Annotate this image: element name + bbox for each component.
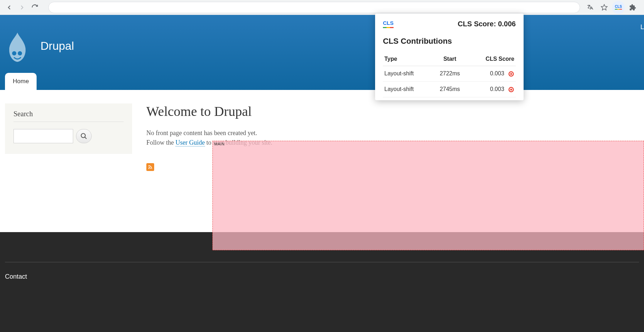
page-title: Welcome to Drupal xyxy=(146,103,639,119)
search-form xyxy=(13,129,124,143)
site-name[interactable]: Drupal xyxy=(40,39,74,53)
svg-point-2 xyxy=(81,134,86,138)
toolbar-icons: CLS xyxy=(584,1,641,14)
reload-icon xyxy=(31,4,38,11)
browser-toolbar: CLS xyxy=(0,0,644,15)
cls-extension-icon: CLS xyxy=(615,5,622,10)
tab-home[interactable]: Home xyxy=(5,73,37,90)
cls-extension-button[interactable]: CLS xyxy=(612,1,625,14)
arrow-right-icon xyxy=(18,4,26,11)
popup-logo-text: CLS xyxy=(383,20,394,26)
footer-inner: Contact xyxy=(5,262,639,280)
popup-header: CLS CLS Score: 0.006 xyxy=(383,20,516,28)
cls-overlay-label: MAIN xyxy=(214,142,225,146)
cell-type: Layout-shift xyxy=(383,81,432,97)
cls-extension-popup: CLS CLS Score: 0.006 CLS Contributions T… xyxy=(375,14,524,100)
cls-score-value: CLS Score: 0.006 xyxy=(458,20,516,28)
cell-start: 2745ms xyxy=(432,81,467,97)
svg-point-0 xyxy=(12,51,16,55)
rss-icon xyxy=(148,165,153,170)
table-header-row: Type Start CLS Score xyxy=(383,52,516,66)
cls-shift-overlay: MAIN xyxy=(212,141,644,250)
target-icon[interactable] xyxy=(508,71,514,77)
cell-score: 0.003 xyxy=(467,66,516,82)
popup-logo: CLS xyxy=(383,20,394,28)
forward-button[interactable] xyxy=(16,1,28,14)
svg-line-3 xyxy=(85,137,87,139)
col-score: CLS Score xyxy=(467,52,516,66)
col-type: Type xyxy=(383,52,432,66)
drupal-logo-icon[interactable] xyxy=(5,33,30,62)
extensions-button[interactable] xyxy=(626,1,639,14)
table-row[interactable]: Layout-shift 2745ms 0.003 xyxy=(383,81,516,97)
search-icon xyxy=(80,133,87,140)
translate-icon xyxy=(586,4,594,11)
search-input[interactable] xyxy=(13,129,73,143)
rss-feed-link[interactable] xyxy=(146,163,154,171)
bookmark-button[interactable] xyxy=(598,1,611,14)
user-guide-link[interactable]: User Guide xyxy=(175,139,205,146)
cell-start: 2722ms xyxy=(432,66,467,82)
site-header: Drupal Home L xyxy=(0,15,644,90)
footer-contact-link[interactable]: Contact xyxy=(5,273,639,280)
cell-score: 0.003 xyxy=(467,81,516,97)
svg-point-4 xyxy=(148,168,149,169)
target-icon[interactable] xyxy=(508,86,514,93)
svg-point-7 xyxy=(510,73,512,75)
translate-button[interactable] xyxy=(584,1,596,14)
brand: Drupal xyxy=(5,33,644,62)
search-block-title: Search xyxy=(13,110,124,122)
primary-tabs: Home xyxy=(5,73,37,90)
top-right-link[interactable]: L xyxy=(640,23,644,31)
search-submit-button[interactable] xyxy=(76,129,92,143)
puzzle-icon xyxy=(629,4,636,11)
contributions-table: Type Start CLS Score Layout-shift 2722ms… xyxy=(383,52,516,97)
address-bar[interactable] xyxy=(48,2,580,13)
popup-logo-bar xyxy=(383,27,394,28)
popup-subtitle: CLS Contributions xyxy=(383,37,516,46)
arrow-left-icon xyxy=(6,4,13,11)
svg-point-10 xyxy=(510,89,512,90)
col-start: Start xyxy=(432,52,467,66)
table-row[interactable]: Layout-shift 2722ms 0.003 xyxy=(383,66,516,82)
back-button[interactable] xyxy=(3,1,16,14)
star-icon xyxy=(601,4,608,11)
reload-button[interactable] xyxy=(28,1,41,14)
cell-type: Layout-shift xyxy=(383,66,432,82)
svg-point-1 xyxy=(18,51,22,55)
sidebar-search-block: Search xyxy=(5,103,132,154)
message-line-1: No front page content has been created y… xyxy=(146,128,639,138)
